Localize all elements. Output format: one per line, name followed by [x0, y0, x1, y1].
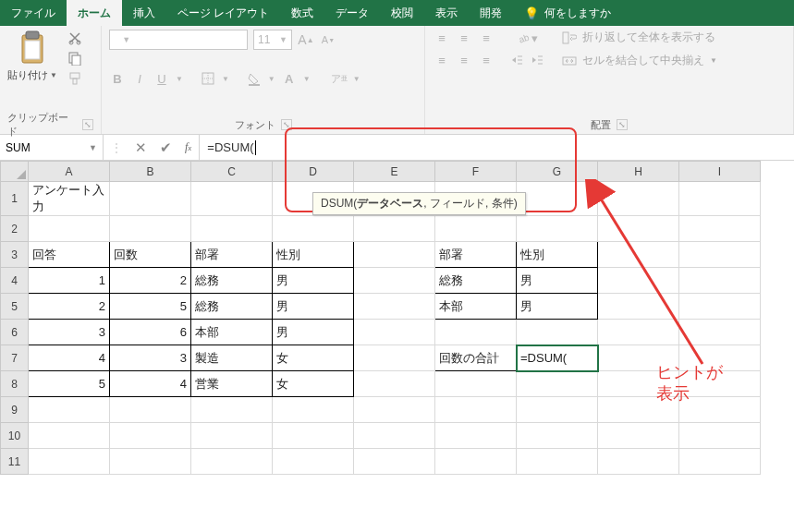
- cell-F11[interactable]: [435, 449, 517, 475]
- cell-B3[interactable]: 回数: [110, 242, 191, 268]
- cell-I2[interactable]: [679, 216, 761, 242]
- font-launcher-icon[interactable]: ⤡: [281, 119, 292, 130]
- cell-I6[interactable]: [679, 320, 761, 345]
- cell-A7[interactable]: 4: [29, 345, 110, 371]
- cell-G9[interactable]: [517, 397, 598, 423]
- cell-A2[interactable]: [29, 216, 110, 242]
- increase-indent-icon[interactable]: [529, 52, 545, 68]
- cell-F2[interactable]: [435, 216, 517, 242]
- cell-H6[interactable]: [598, 320, 679, 345]
- cell-A8[interactable]: 5: [29, 371, 110, 397]
- cell-B7[interactable]: 3: [110, 345, 191, 371]
- chevron-down-icon[interactable]: ▼: [222, 75, 229, 83]
- cell-I7[interactable]: [679, 345, 761, 371]
- cell-B8[interactable]: 4: [110, 371, 191, 397]
- align-bottom-icon[interactable]: ≡: [477, 30, 495, 46]
- row-header-3[interactable]: 3: [1, 242, 29, 268]
- select-all-corner[interactable]: [1, 162, 29, 182]
- cell-H11[interactable]: [598, 449, 679, 475]
- cell-C9[interactable]: [191, 397, 273, 423]
- cell-E7[interactable]: [354, 345, 435, 371]
- row-header-2[interactable]: 2: [1, 216, 29, 242]
- cell-A5[interactable]: 2: [29, 294, 110, 320]
- cell-D8[interactable]: 女: [273, 371, 354, 397]
- font-name-combo[interactable]: ▼: [109, 30, 248, 50]
- cell-H7[interactable]: [598, 345, 679, 371]
- row-header-5[interactable]: 5: [1, 294, 29, 320]
- row-header-7[interactable]: 7: [1, 345, 29, 371]
- cut-icon[interactable]: [67, 30, 83, 46]
- cell-G6[interactable]: [517, 320, 598, 345]
- cell-F7[interactable]: 回数の合計: [435, 345, 517, 371]
- align-center-icon[interactable]: ≡: [455, 52, 473, 68]
- cell-I4[interactable]: [679, 268, 761, 294]
- align-right-icon[interactable]: ≡: [477, 52, 495, 68]
- cell-I5[interactable]: [679, 294, 761, 320]
- row-header-10[interactable]: 10: [1, 423, 29, 449]
- cell-C8[interactable]: 営業: [191, 371, 273, 397]
- col-header-H[interactable]: H: [598, 162, 679, 182]
- cell-G8[interactable]: [517, 371, 598, 397]
- cell-F3[interactable]: 部署: [435, 242, 517, 268]
- cell-B6[interactable]: 6: [110, 320, 191, 345]
- cell-H8[interactable]: [598, 371, 679, 397]
- bold-button[interactable]: B: [109, 70, 126, 87]
- col-header-C[interactable]: C: [191, 162, 273, 182]
- cell-G5[interactable]: 男: [517, 294, 598, 320]
- cell-I1[interactable]: [679, 182, 761, 216]
- cell-E8[interactable]: [354, 371, 435, 397]
- col-header-D[interactable]: D: [273, 162, 354, 182]
- cell-A11[interactable]: [29, 449, 110, 475]
- cell-C6[interactable]: 本部: [191, 320, 273, 345]
- italic-button[interactable]: I: [131, 70, 148, 87]
- col-header-G[interactable]: G: [517, 162, 598, 182]
- cell-F5[interactable]: 本部: [435, 294, 517, 320]
- cancel-formula-icon[interactable]: ✕: [135, 139, 147, 156]
- fill-color-icon[interactable]: [246, 70, 263, 87]
- cell-G10[interactable]: [517, 423, 598, 449]
- cell-B9[interactable]: [110, 397, 191, 423]
- font-color-icon[interactable]: A: [281, 70, 298, 87]
- cell-D4[interactable]: 男: [273, 268, 354, 294]
- col-header-A[interactable]: A: [29, 162, 110, 182]
- cell-A3[interactable]: 回答: [29, 242, 110, 268]
- cell-B11[interactable]: [110, 449, 191, 475]
- accept-formula-icon[interactable]: ✔: [160, 139, 172, 156]
- fx-icon[interactable]: fx: [185, 140, 191, 154]
- row-header-9[interactable]: 9: [1, 397, 29, 423]
- chevron-down-icon[interactable]: ▼: [268, 75, 275, 83]
- cell-I10[interactable]: [679, 423, 761, 449]
- cell-F6[interactable]: [435, 320, 517, 345]
- align-left-icon[interactable]: ≡: [433, 52, 451, 68]
- cell-E3[interactable]: [354, 242, 435, 268]
- cell-D6[interactable]: 男: [273, 320, 354, 345]
- cell-D10[interactable]: [273, 423, 354, 449]
- paste-icon[interactable]: [17, 30, 48, 66]
- chevron-down-icon[interactable]: ▼: [176, 75, 183, 83]
- tell-me[interactable]: 💡 何をしますか: [513, 0, 622, 26]
- cell-H10[interactable]: [598, 423, 679, 449]
- cell-E5[interactable]: [354, 294, 435, 320]
- cell-I8[interactable]: [679, 371, 761, 397]
- merge-center-button[interactable]: セルを結合して中央揃え ▼: [562, 53, 717, 68]
- tab-home[interactable]: ホーム: [67, 0, 122, 26]
- row-header-6[interactable]: 6: [1, 320, 29, 345]
- cell-H2[interactable]: [598, 216, 679, 242]
- phonetic-icon[interactable]: ア亜: [331, 70, 348, 87]
- cell-E11[interactable]: [354, 449, 435, 475]
- font-size-combo[interactable]: 11 ▼: [253, 30, 292, 50]
- cell-D11[interactable]: [273, 449, 354, 475]
- cell-F8[interactable]: [435, 371, 517, 397]
- cell-A4[interactable]: 1: [29, 268, 110, 294]
- cell-G3[interactable]: 性別: [517, 242, 598, 268]
- cell-G1[interactable]: [517, 182, 598, 216]
- cell-C1[interactable]: [191, 182, 273, 216]
- row-header-1[interactable]: 1: [1, 182, 29, 216]
- cell-G4[interactable]: 男: [517, 268, 598, 294]
- cell-H4[interactable]: [598, 268, 679, 294]
- cell-C11[interactable]: [191, 449, 273, 475]
- cell-F10[interactable]: [435, 423, 517, 449]
- cell-A10[interactable]: [29, 423, 110, 449]
- cell-E4[interactable]: [354, 268, 435, 294]
- tab-page-layout[interactable]: ページ レイアウト: [166, 0, 280, 26]
